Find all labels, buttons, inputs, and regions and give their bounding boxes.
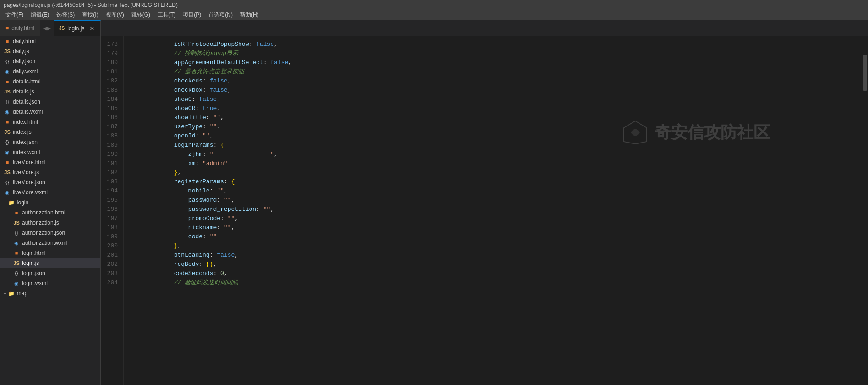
token-kw-punct: : (224, 177, 231, 187)
token-kw-punct: : (202, 150, 210, 159)
token-indent (131, 205, 188, 214)
menu-find[interactable]: 查找(I) (78, 11, 102, 19)
sidebar-label: daily.html (13, 38, 36, 44)
tab-nav-arrows[interactable]: ◀▶ (40, 20, 54, 36)
menu-help[interactable]: 帮助(H) (236, 11, 262, 19)
token-kw-punct: : (202, 122, 210, 132)
sidebar-label: authorization.wxml (22, 240, 67, 246)
sidebar-item-daily-html[interactable]: ■ daily.html (0, 36, 100, 46)
sidebar-label: index.html (13, 119, 38, 125)
sidebar-item-livemore-json[interactable]: {} liveMore.json (0, 177, 100, 187)
sidebar-item-details-html[interactable]: ■ details.html (0, 77, 100, 87)
line-numbers: 1781791801811821831841851861871881891901… (101, 36, 124, 385)
token-kw-punct: : (202, 232, 210, 242)
menu-select[interactable]: 选择(S) (53, 11, 78, 19)
title-bar: pages/login/login.js (-:614450584_5) - S… (0, 0, 868, 10)
sidebar-item-livemore-js[interactable]: JS liveMore.js (0, 167, 100, 177)
tab-label-login-js: login.js (67, 25, 84, 32)
token-kw-bool: false (256, 40, 274, 49)
token-kw-string: "" (263, 205, 271, 214)
token-indent (131, 168, 174, 177)
menu-goto[interactable]: 跳转(G) (128, 11, 154, 19)
token-kw-key: codeSeconds (174, 269, 213, 278)
sidebar-item-index-wxml[interactable]: ◉ index.wxml (0, 147, 100, 157)
tab-daily-html[interactable]: ■ daily.html (0, 20, 40, 36)
code-line-199: code: "" (131, 232, 854, 242)
token-kw-punct: , (235, 251, 238, 260)
sidebar-item-daily-json[interactable]: {} daily.json (0, 56, 100, 66)
sidebar-item-index-js[interactable]: JS index.js (0, 127, 100, 137)
token-kw-punct: , (217, 95, 220, 104)
sidebar-item-details-js[interactable]: JS details.js (0, 87, 100, 97)
tab-login-js[interactable]: JS login.js ✕ (54, 20, 101, 36)
token-kw-comment: // 控制协议popup显示 (174, 49, 238, 58)
sidebar-item-daily-js[interactable]: JS daily.js (0, 46, 100, 56)
menu-edit[interactable]: 编辑(E) (27, 11, 53, 19)
token-kw-brace: { (220, 141, 224, 150)
title-text: pages/login/login.js (-:614450584_5) - S… (4, 2, 178, 8)
menu-view[interactable]: 视图(V) (102, 11, 128, 19)
code-line-185: showOR: true, (131, 104, 854, 113)
sidebar-item-login-html[interactable]: ■ login.html (0, 248, 100, 258)
scrollbar-thumb[interactable] (863, 55, 867, 91)
token-kw-punct: , (231, 223, 235, 232)
token-kw-punct: , (177, 168, 181, 177)
sidebar-label: login.js (22, 260, 39, 266)
sidebar-item-authorization-json[interactable]: {} authorization.json (0, 228, 100, 238)
tab-close-button[interactable]: ✕ (89, 25, 95, 32)
sidebar-item-details-json[interactable]: {} details.json (0, 97, 100, 107)
sidebar-label: details.json (13, 99, 40, 105)
code-line-187: userType: "", (131, 122, 854, 132)
sidebar-label: authorization.html (22, 209, 66, 216)
code-line-180: appAgreementDefaultSelect: false, (131, 58, 854, 67)
sidebar-item-authorization-wxml[interactable]: ◉ authorization.wxml (0, 238, 100, 248)
code-line-202: reqBody: {}, (131, 260, 854, 269)
token-kw-punct: , (224, 187, 228, 196)
menu-tools[interactable]: 工具(T) (154, 11, 179, 19)
token-indent (131, 150, 188, 159)
sidebar-item-livemore-html[interactable]: ■ liveMore.html (0, 157, 100, 167)
token-kw-key: mobile (188, 187, 210, 196)
folder-icon: 📁 (8, 199, 15, 206)
token-kw-key: code (188, 232, 202, 242)
token-kw-punct: , (235, 214, 238, 223)
code-line-183: checkbox: false, (131, 86, 854, 95)
sidebar-item-index-html[interactable]: ■ index.html (0, 117, 100, 127)
html-file-icon: ■ (13, 209, 20, 216)
sidebar-item-login-wxml[interactable]: ◉ login.wxml (0, 278, 100, 288)
token-indent (131, 122, 174, 132)
sidebar-folder-map[interactable]: + 📁 map (0, 288, 100, 298)
sidebar-folder-login[interactable]: − 📁 login (0, 198, 100, 208)
sidebar-item-authorization-html[interactable]: ■ authorization.html (0, 208, 100, 218)
token-kw-punct: : (249, 40, 256, 49)
sidebar-item-livemore-wxml[interactable]: ◉ liveMore.wxml (0, 187, 100, 198)
token-kw-brace: {} (206, 260, 213, 269)
sidebar-item-index-json[interactable]: {} index.json (0, 137, 100, 147)
token-kw-punct: , (231, 196, 235, 205)
sidebar-item-login-json[interactable]: {} login.json (0, 268, 100, 278)
sidebar-item-authorization-js[interactable]: JS authorization.js (0, 218, 100, 228)
wxml-file-icon: ◉ (4, 68, 11, 75)
token-kw-comment: // 是否允许点击登录按钮 (174, 67, 244, 77)
menu-file[interactable]: 文件(F) (2, 11, 27, 19)
json-file-icon: {} (13, 229, 20, 236)
token-indent (131, 104, 174, 113)
wxml-file-icon: ◉ (4, 148, 11, 156)
token-kw-bool: false (199, 95, 217, 104)
token-kw-punct: , (213, 260, 217, 269)
tab-label-daily-html: daily.html (11, 25, 34, 31)
sidebar-item-details-wxml[interactable]: ◉ details.wxml (0, 107, 100, 117)
menu-preferences[interactable]: 首选项(N) (205, 11, 236, 19)
code-content[interactable]: 奇安信攻防社区 isRfProtocolPopupShow: false, //… (124, 36, 862, 385)
sidebar-item-daily-wxml[interactable]: ◉ daily.wxml (0, 66, 100, 77)
token-indent (131, 113, 174, 122)
sidebar-item-login-js[interactable]: JS login.js (0, 258, 100, 268)
token-indent (131, 278, 174, 287)
token-kw-punct: , (270, 205, 274, 214)
code-line-178: isRfProtocolPopupShow: false, (131, 40, 854, 49)
token-indent (131, 177, 174, 187)
scrollbar[interactable] (862, 36, 868, 385)
menu-project[interactable]: 项目(P) (179, 11, 205, 19)
json-file-icon: {} (4, 138, 11, 146)
wxml-file-icon: ◉ (13, 239, 20, 247)
